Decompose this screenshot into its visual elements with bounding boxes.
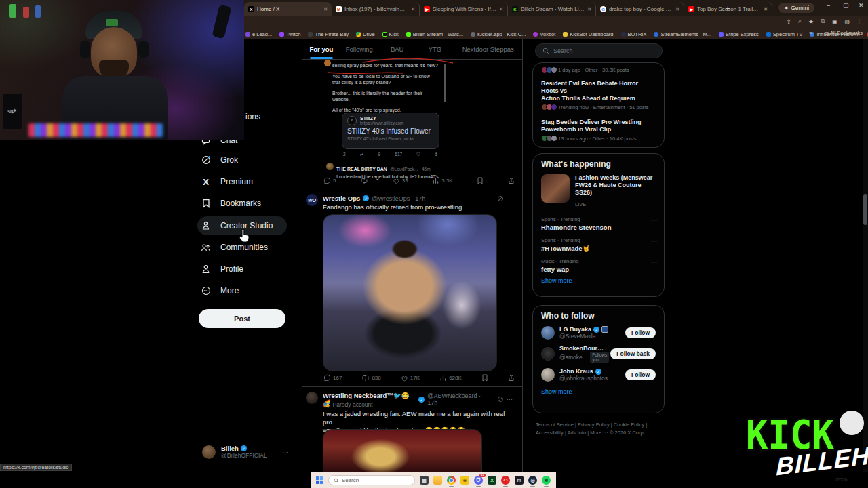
gemini-button[interactable]: ✦ Gemini xyxy=(778,3,814,13)
tweet-menu-icon[interactable]: ··· xyxy=(507,396,513,403)
sidebar-item-creator-studio[interactable]: Creator Studio xyxy=(201,216,273,236)
tweet-author[interactable]: Wrestle Ops xyxy=(323,195,360,202)
grok-actions-icon[interactable] xyxy=(497,396,504,403)
follow-suggestion[interactable]: SmokenBourbon | … @smoke…Follows you Fol… xyxy=(533,342,664,365)
taskbar-search-input[interactable]: Search xyxy=(328,475,415,485)
bookmark-item-voxbot[interactable]: Voxbot xyxy=(533,31,555,37)
bookmark-item-drive[interactable]: Drive xyxy=(356,31,375,37)
extensions-icon[interactable]: ⧉ xyxy=(821,18,825,25)
sidebar-item-profile[interactable]: Profile xyxy=(201,259,243,279)
zoom-icon[interactable]: ⌕ xyxy=(798,18,802,25)
new-tab-button[interactable]: + xyxy=(726,4,730,12)
post-button[interactable]: Post xyxy=(199,309,285,328)
reply-button[interactable]: 167 xyxy=(323,374,342,382)
window-maximize-button[interactable]: ▢ xyxy=(843,2,849,9)
all-bookmarks-folder[interactable]: ▭ All Bookmarks xyxy=(824,30,863,36)
trending-item[interactable]: Stag Beetles Deliver Pro Wrestling Power… xyxy=(533,119,664,143)
follow-back-button[interactable]: Follow back xyxy=(610,348,656,359)
search-input[interactable]: Search xyxy=(535,43,663,58)
bookmark-item-botrix[interactable]: BOTRIX xyxy=(621,31,647,37)
browser-tab-google[interactable]: G drake top boy - Google Search ✕ xyxy=(596,2,684,16)
window-close-button[interactable]: ✕ xyxy=(859,2,864,9)
tab-ytg[interactable]: YTG xyxy=(416,39,454,59)
avatar-wrestling-neckbeard[interactable] xyxy=(306,392,318,404)
tab-bau[interactable]: BAU xyxy=(378,39,416,59)
trend-item[interactable]: Sports · Trending Rhamondre Stevenson ··… xyxy=(533,211,664,231)
task-view-icon[interactable]: ▦ xyxy=(420,476,429,485)
bookmark-item-stripe[interactable]: Stripe Express xyxy=(719,31,759,37)
like-button[interactable]: 17K xyxy=(401,375,420,382)
trend-menu-icon[interactable]: ··· xyxy=(651,259,657,266)
spotify-icon[interactable]: ≋ xyxy=(542,476,551,485)
steam-icon[interactable]: ◎ xyxy=(528,476,537,485)
file-explorer-icon[interactable] xyxy=(433,476,442,485)
follow-button[interactable]: Follow xyxy=(625,327,656,338)
window-minimize-button[interactable]: – xyxy=(827,2,830,9)
browser-tab-home-x[interactable]: X Home / X ✕ xyxy=(244,2,332,16)
trend-item[interactable]: Sports · Trending #HTownMade🤘 ··· xyxy=(533,231,664,252)
like-button[interactable]: 39 xyxy=(393,178,408,184)
tab-for-you[interactable]: For you xyxy=(302,39,340,59)
tab-close-icon[interactable]: ✕ xyxy=(587,7,591,12)
page-scrollbar[interactable] xyxy=(863,39,868,472)
tab-close-icon[interactable]: ✕ xyxy=(411,7,415,12)
sidebar-account-switcher[interactable]: Billeh✓ @BillehOFFICIAL xyxy=(202,445,267,459)
trend-item[interactable]: Music · Trending fetty wap ··· xyxy=(533,252,664,273)
footer-links[interactable]: Terms of Service | Privacy Policy | Cook… xyxy=(536,421,665,437)
live-event-item[interactable]: Fashion Weeks (Menswear FW26 & Haute Cou… xyxy=(533,171,664,211)
sidebar-item-notifications-clipped[interactable]: ions xyxy=(245,112,260,121)
account-menu-icon[interactable]: ··· xyxy=(282,449,288,455)
bookmark-item[interactable]: e Lead... xyxy=(245,31,272,37)
tab-close-icon[interactable]: ✕ xyxy=(323,7,328,12)
trending-item[interactable]: Resident Evil Fans Debate Horror Roots v… xyxy=(533,80,664,112)
tab-close-icon[interactable]: ✕ xyxy=(499,7,503,12)
kicklet-star-icon[interactable]: ★ xyxy=(460,476,469,485)
bookmark-button[interactable] xyxy=(481,374,488,382)
avatar-wrestle-ops[interactable]: WO xyxy=(306,194,318,206)
bookmark-item-kick[interactable]: Kick xyxy=(382,31,399,37)
mix-it-up-icon[interactable]: m xyxy=(515,476,524,485)
bookmark-item-spectrum[interactable]: Spectrum TV xyxy=(766,31,803,37)
follow-suggestion[interactable]: LG Buyaka✓ @SteveMaida Follow xyxy=(533,323,664,342)
start-button[interactable] xyxy=(316,476,323,485)
follow-suggestion[interactable]: John Kraus✓ @johnkrausphotos Follow xyxy=(533,365,664,384)
trend-menu-icon[interactable]: ··· xyxy=(651,238,657,245)
green-x-app-icon[interactable]: X xyxy=(488,476,496,485)
discord-icon[interactable]: ᗜ9+ xyxy=(474,476,483,485)
bookmark-button[interactable] xyxy=(477,177,484,184)
tab-close-icon[interactable]: ✕ xyxy=(764,7,768,12)
tweet-photo-wrestler[interactable] xyxy=(323,214,497,371)
browser-tab-gmail[interactable]: M Inbox (197) - billehvain@gmai ✕ xyxy=(332,2,420,16)
follow-button[interactable]: Follow xyxy=(625,369,656,380)
browser-menu-icon[interactable]: ⋮ xyxy=(856,18,863,25)
bookmark-star-icon[interactable]: ★ xyxy=(808,18,814,25)
trend-menu-icon[interactable]: ··· xyxy=(651,217,657,224)
tweet-menu-icon[interactable]: ··· xyxy=(507,195,513,202)
sidebar-item-more[interactable]: More xyxy=(201,281,239,301)
share-button[interactable] xyxy=(508,374,515,382)
bookmark-item-kickbot[interactable]: KickBot Dashboard xyxy=(563,31,613,37)
trending-item-partial[interactable]: 1 day ago · Other · 30.3K posts xyxy=(533,63,664,75)
bookmark-item-billeh-stream[interactable]: Billeh Stream - Watc... xyxy=(406,31,463,37)
link-card-stiiizy[interactable]: ST STIIIZY https://www.stiiizy.com STIII… xyxy=(342,113,439,149)
scrollbar-thumb[interactable] xyxy=(863,194,867,225)
tweet-photo-partial[interactable] xyxy=(323,429,482,473)
repost-button[interactable] xyxy=(360,177,368,184)
bookmark-item-twitch[interactable]: Twitch xyxy=(279,31,300,37)
chrome-icon[interactable] xyxy=(447,476,456,485)
bookmark-item-streamelements[interactable]: StreamElements - M... xyxy=(654,31,711,37)
grok-actions-icon[interactable] xyxy=(497,195,504,202)
streamlabs-icon[interactable]: ◠ xyxy=(501,476,510,485)
sidebar-item-communities[interactable]: Communities xyxy=(201,237,268,258)
profile-avatar-icon[interactable]: ◍ xyxy=(844,18,850,25)
bookmark-item-pirate-bay[interactable]: The Pirate Bay xyxy=(308,31,349,37)
views-button[interactable]: 628K xyxy=(439,374,462,382)
reply-button[interactable]: 5 xyxy=(323,177,336,184)
show-more-link[interactable]: Show more xyxy=(533,384,664,399)
tab-nextdoor-steppas[interactable]: Nextdoor Steppas xyxy=(454,39,522,59)
browser-tab-youtube[interactable]: ▶ Sleeping With Sirens - If I'm Ja ✕ xyxy=(420,2,508,16)
sidebar-item-premium[interactable]: X Premium xyxy=(201,171,253,192)
browser-tab-kick[interactable]: K Billeh Stream - Watch Live on K ✕ xyxy=(508,2,596,16)
bookmark-item-kicklet[interactable]: Kicklet.app - Kick C... xyxy=(471,31,526,37)
show-more-link[interactable]: Show more xyxy=(533,273,664,288)
